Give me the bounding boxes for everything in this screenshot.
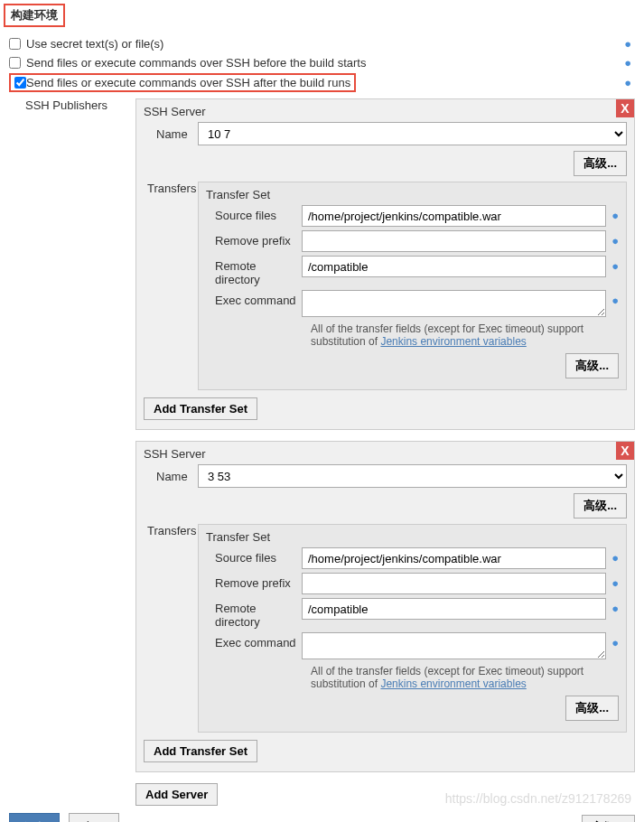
before-build-label: Send files or execute commands over SSH … <box>26 56 621 70</box>
transfer-hint: All of the transfer fields (except for E… <box>311 665 619 690</box>
ssh-server-block: X SSH Server Name 3 53 高级... Transfers T… <box>135 441 635 772</box>
source-files-input[interactable] <box>302 205 606 227</box>
server-name-select[interactable]: 10 7 <box>198 122 627 145</box>
save-button[interactable]: 保存 <box>9 813 60 822</box>
exec-command-input[interactable] <box>302 290 606 317</box>
add-transfer-button[interactable]: Add Transfer Set <box>144 740 257 762</box>
ssh-server-block: X SSH Server Name 10 7 高级... Transfers T… <box>135 98 635 430</box>
server-name-label: Name <box>144 127 198 141</box>
env-vars-link[interactable]: Jenkins environment variables <box>380 335 526 348</box>
before-build-checkbox[interactable] <box>9 57 21 69</box>
exec-command-label: Exec command <box>206 632 302 649</box>
remote-directory-label: Remote directory <box>206 598 302 629</box>
transfers-label: Transfers <box>144 182 198 390</box>
advanced-button[interactable]: 高级... <box>574 151 627 176</box>
remove-prefix-input[interactable] <box>302 230 606 252</box>
help-icon[interactable]: ● <box>611 573 619 590</box>
help-icon[interactable]: ● <box>611 205 619 222</box>
server-name-label: Name <box>144 470 198 483</box>
source-files-label: Source files <box>206 547 302 565</box>
apply-button[interactable]: 应用 <box>69 813 119 822</box>
remove-prefix-label: Remove prefix <box>206 573 302 590</box>
ssh-publishers-label: SSH Publishers <box>9 98 135 808</box>
help-icon[interactable]: ● <box>611 632 619 649</box>
advanced-button[interactable]: 高级... <box>565 353 619 378</box>
transfer-set: Transfer Set Source files ● Remove prefi… <box>198 524 627 733</box>
env-vars-link[interactable]: Jenkins environment variables <box>380 677 526 690</box>
checkbox-before-build-row: Send files or execute commands over SSH … <box>0 53 644 72</box>
help-icon[interactable]: ● <box>611 256 619 273</box>
advanced-button[interactable]: 高级... <box>582 815 635 822</box>
transfer-set-title: Transfer Set <box>206 188 619 201</box>
advanced-button[interactable]: 高级... <box>565 696 619 721</box>
section-title: 构建环境 <box>4 4 65 27</box>
after-build-label: Send files or execute commands over SSH … <box>26 76 350 89</box>
remove-prefix-label: Remove prefix <box>206 230 302 248</box>
remote-directory-input[interactable] <box>302 598 606 620</box>
remote-directory-label: Remote directory <box>206 256 302 286</box>
transfer-set: Transfer Set Source files ● Remove prefi… <box>198 182 627 390</box>
checkbox-after-build-row: Send files or execute commands over SSH … <box>0 72 644 95</box>
help-icon[interactable]: ● <box>621 37 635 51</box>
close-icon[interactable]: X <box>616 99 634 117</box>
remove-prefix-input[interactable] <box>302 573 606 594</box>
ssh-server-title: SSH Server <box>144 105 627 118</box>
help-icon[interactable]: ● <box>611 598 619 615</box>
remote-directory-input[interactable] <box>302 256 606 277</box>
add-server-button[interactable]: Add Server <box>135 783 218 806</box>
source-files-input[interactable] <box>302 547 606 569</box>
exec-command-input[interactable] <box>302 632 606 659</box>
transfer-hint: All of the transfer fields (except for E… <box>311 322 619 348</box>
close-icon[interactable]: X <box>616 442 634 460</box>
exec-command-label: Exec command <box>206 290 302 307</box>
help-icon[interactable]: ● <box>621 56 635 70</box>
help-icon[interactable]: ● <box>611 290 619 307</box>
use-secret-label: Use secret text(s) or file(s) <box>26 37 621 51</box>
help-icon[interactable]: ● <box>611 547 619 565</box>
ssh-server-title: SSH Server <box>144 447 627 461</box>
checkbox-use-secret-row: Use secret text(s) or file(s) ● <box>0 34 644 53</box>
add-transfer-button[interactable]: Add Transfer Set <box>144 397 257 420</box>
transfers-label: Transfers <box>144 524 198 733</box>
help-icon[interactable]: ● <box>621 76 635 89</box>
use-secret-checkbox[interactable] <box>9 38 21 50</box>
after-build-checkbox[interactable] <box>14 77 26 89</box>
help-icon[interactable]: ● <box>611 230 619 248</box>
transfer-set-title: Transfer Set <box>206 530 619 544</box>
server-name-select[interactable]: 3 53 <box>198 464 627 488</box>
source-files-label: Source files <box>206 205 302 222</box>
advanced-button[interactable]: 高级... <box>574 493 627 518</box>
